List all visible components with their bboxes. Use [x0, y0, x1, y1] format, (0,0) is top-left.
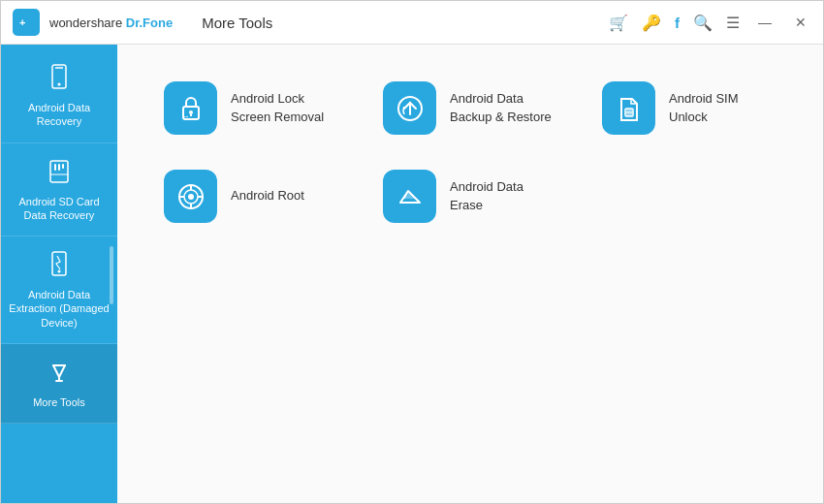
content-area: ••• Android Lock Screen Removal Android … — [117, 45, 823, 504]
tool-card-data-erase-label: Android Data Erase — [450, 178, 557, 213]
tool-card-data-erase[interactable]: Android Data Erase — [375, 162, 565, 231]
root-icon — [164, 170, 217, 223]
sidebar-item-android-data-recovery-label: Android Data Recovery — [9, 101, 110, 129]
tools-icon — [46, 358, 73, 390]
svg-point-34 — [188, 194, 194, 200]
tool-card-data-backup-restore[interactable]: Android Data Backup & Restore — [375, 74, 565, 142]
svg-rect-8 — [62, 164, 64, 169]
backup-icon — [383, 81, 436, 135]
svg-point-11 — [58, 270, 61, 273]
key-icon[interactable]: 🔑 — [642, 14, 661, 32]
sidebar-item-android-data-extraction-label: Android Data Extraction (Damaged Device) — [9, 288, 110, 330]
page-title: More Tools — [202, 15, 272, 31]
svg-line-13 — [59, 365, 65, 377]
sidebar: Android Data Recovery Android SD Card Da… — [1, 45, 117, 504]
facebook-icon[interactable]: f — [675, 15, 680, 31]
lock-screen-icon: ••• — [164, 81, 217, 135]
tool-card-sim-unlock[interactable]: Android SIM Unlock — [594, 74, 784, 142]
cracked-phone-icon — [46, 250, 73, 282]
sidebar-scrollbar — [110, 246, 113, 304]
svg-rect-7 — [58, 164, 60, 171]
tool-card-android-root-label: Android Root — [231, 187, 304, 205]
sidebar-item-android-data-extraction[interactable]: Android Data Extraction (Damaged Device) — [1, 236, 117, 344]
tool-card-sim-unlock-label: Android SIM Unlock — [669, 90, 776, 125]
app-name: wondershare Dr.Fone — [49, 16, 173, 30]
title-bar: + wondershare Dr.Fone More Tools 🛒 🔑 f 🔍… — [1, 1, 823, 45]
title-bar-right: 🛒 🔑 f 🔍 ☰ — ✕ — [609, 13, 811, 32]
sidebar-item-more-tools[interactable]: More Tools — [1, 344, 117, 424]
minimize-button[interactable]: — — [753, 13, 776, 32]
svg-rect-6 — [54, 164, 56, 171]
sidebar-item-android-sd-card-label: Android SD Card Data Recovery — [9, 195, 110, 223]
svg-point-3 — [58, 83, 61, 86]
title-bar-left: + wondershare Dr.Fone More Tools — [13, 9, 272, 36]
svg-point-18 — [189, 110, 193, 114]
svg-text:•••: ••• — [184, 114, 189, 119]
phone-icon — [46, 63, 73, 95]
tool-card-android-root[interactable]: Android Root — [156, 162, 346, 231]
sidebar-item-android-data-recovery[interactable]: Android Data Recovery — [1, 49, 117, 143]
sdcard-icon — [46, 157, 73, 189]
erase-icon — [383, 170, 436, 223]
tool-grid: ••• Android Lock Screen Removal Android … — [156, 74, 784, 231]
search-icon[interactable]: 🔍 — [693, 14, 713, 32]
sim-icon — [602, 81, 655, 135]
tool-card-lock-screen-removal-label: Android Lock Screen Removal — [231, 90, 338, 125]
close-button[interactable]: ✕ — [790, 13, 811, 32]
main-layout: Android Data Recovery Android SD Card Da… — [1, 45, 823, 504]
sidebar-item-more-tools-label: More Tools — [33, 395, 85, 409]
sidebar-item-android-sd-card[interactable]: Android SD Card Data Recovery — [1, 143, 117, 237]
svg-text:+: + — [19, 16, 25, 28]
menu-icon[interactable]: ☰ — [726, 14, 740, 32]
app-logo: + — [13, 9, 40, 36]
svg-line-12 — [53, 365, 59, 377]
tool-card-lock-screen-removal[interactable]: ••• Android Lock Screen Removal — [156, 74, 346, 142]
cart-icon[interactable]: 🛒 — [609, 14, 628, 32]
tool-card-data-backup-restore-label: Android Data Backup & Restore — [450, 90, 557, 125]
